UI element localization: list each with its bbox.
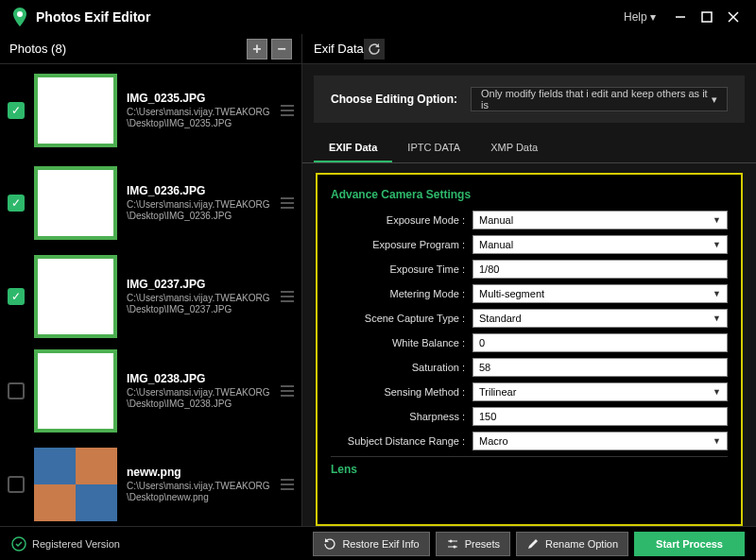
photo-path: C:\Users\mansi.vijay.TWEAKORG\Desktop\IM… bbox=[127, 293, 271, 316]
field-label: Exposure Mode : bbox=[331, 214, 472, 226]
field-input[interactable]: Trilinear▼ bbox=[472, 382, 728, 401]
field-input[interactable]: Multi-segment▼ bbox=[472, 284, 728, 303]
exif-field-row: Metering Mode :Multi-segment▼ bbox=[331, 284, 728, 303]
editing-option-row: Choose Editing Option: Only modify field… bbox=[314, 76, 745, 123]
svg-rect-2 bbox=[702, 12, 712, 22]
section-advance-camera: Advance Camera Settings bbox=[331, 188, 728, 201]
tab-iptc[interactable]: IPTC DATA bbox=[392, 134, 475, 162]
add-photo-button[interactable]: + bbox=[247, 39, 267, 59]
field-input[interactable]: Standard▼ bbox=[472, 309, 728, 328]
tab-xmp[interactable]: XMP Data bbox=[475, 134, 553, 162]
metadata-tabs: EXIF Data IPTC DATA XMP Data bbox=[302, 134, 756, 163]
field-input[interactable]: 1/80 bbox=[472, 260, 728, 279]
chevron-down-icon: ▼ bbox=[713, 240, 721, 249]
exif-panel: Exif Data Choose Editing Option: Only mo… bbox=[302, 34, 756, 526]
exif-field-row: Exposure Time :1/80 bbox=[331, 260, 728, 279]
field-label: Metering Mode : bbox=[331, 288, 472, 299]
svg-point-0 bbox=[17, 11, 23, 17]
thumbnail bbox=[34, 74, 117, 147]
photos-panel: Photos (8) + − ✓IMG_0235.JPGC:\Users\man… bbox=[0, 34, 302, 526]
field-input[interactable]: 0 bbox=[472, 333, 728, 352]
tab-exif[interactable]: EXIF Data bbox=[314, 134, 392, 162]
photo-row[interactable]: ✓IMG_0236.JPGC:\Users\mansi.vijay.TWEAKO… bbox=[0, 157, 301, 249]
photo-meta: neww.pngC:\Users\mansi.vijay.TWEAKORG\De… bbox=[127, 466, 271, 504]
field-input[interactable]: Manual▼ bbox=[472, 211, 728, 229]
start-process-button[interactable]: Start Process bbox=[634, 532, 745, 556]
presets-button[interactable]: Presets bbox=[436, 532, 510, 556]
field-input[interactable]: 58 bbox=[472, 358, 728, 377]
exif-field-row: Saturation :58 bbox=[331, 358, 728, 377]
photo-checkbox[interactable] bbox=[8, 476, 25, 493]
drag-handle-icon[interactable] bbox=[281, 281, 294, 312]
thumbnail bbox=[34, 255, 117, 338]
chevron-down-icon: ▼ bbox=[713, 314, 721, 323]
photo-filename: IMG_0235.JPG bbox=[127, 92, 271, 105]
thumbnail bbox=[34, 349, 117, 433]
photo-path: C:\Users\mansi.vijay.TWEAKORG\Desktop\IM… bbox=[127, 199, 271, 223]
footer-bar: Registered Version Restore Exif Info Pre… bbox=[0, 526, 756, 560]
drag-handle-icon[interactable] bbox=[281, 188, 294, 218]
photo-meta: IMG_0237.JPGC:\Users\mansi.vijay.TWEAKOR… bbox=[127, 278, 271, 316]
refresh-icon bbox=[368, 42, 381, 56]
photo-checkbox[interactable] bbox=[8, 382, 25, 399]
app-logo: Photos Exif Editor bbox=[9, 7, 150, 27]
drag-handle-icon[interactable] bbox=[281, 376, 294, 406]
help-menu[interactable]: Help ▾ bbox=[624, 10, 656, 24]
field-label: Saturation : bbox=[331, 362, 472, 373]
field-label: Sharpness : bbox=[331, 411, 472, 422]
minimize-button[interactable] bbox=[667, 4, 694, 30]
exif-field-row: Subject Distance Range :Macro▼ bbox=[331, 432, 728, 450]
photo-filename: IMG_0237.JPG bbox=[127, 278, 271, 291]
svg-point-9 bbox=[453, 545, 455, 548]
chevron-down-icon: ▾ bbox=[650, 10, 656, 24]
field-value: Manual bbox=[479, 214, 513, 226]
rename-option-button[interactable]: Rename Option bbox=[516, 532, 628, 556]
field-label: Subject Distance Range : bbox=[331, 435, 472, 447]
chevron-down-icon: ▾ bbox=[712, 93, 717, 106]
photo-checkbox[interactable]: ✓ bbox=[8, 288, 25, 305]
svg-point-5 bbox=[12, 537, 26, 551]
photo-list[interactable]: ✓IMG_0235.JPGC:\Users\mansi.vijay.TWEAKO… bbox=[0, 64, 301, 526]
field-input[interactable]: Macro▼ bbox=[472, 432, 728, 450]
svg-line-4 bbox=[729, 12, 738, 22]
pencil-icon bbox=[526, 537, 540, 551]
drag-handle-icon[interactable] bbox=[281, 469, 294, 500]
check-circle-icon bbox=[11, 536, 26, 552]
close-button[interactable] bbox=[720, 4, 747, 30]
restore-exif-button[interactable]: Restore Exif Info bbox=[313, 532, 429, 556]
exif-panel-title: Exif Data bbox=[314, 42, 364, 56]
photo-filename: IMG_0236.JPG bbox=[127, 184, 271, 197]
photo-path: C:\Users\mansi.vijay.TWEAKORG\Desktop\IM… bbox=[127, 107, 271, 130]
field-input[interactable]: 150 bbox=[472, 407, 728, 426]
title-bar: Photos Exif Editor Help ▾ bbox=[0, 0, 756, 34]
refresh-button[interactable] bbox=[364, 39, 385, 59]
exif-field-row: Exposure Mode :Manual▼ bbox=[331, 211, 728, 229]
photo-meta: IMG_0236.JPGC:\Users\mansi.vijay.TWEAKOR… bbox=[127, 184, 271, 223]
maximize-button[interactable] bbox=[694, 4, 720, 30]
photo-row[interactable]: neww.pngC:\Users\mansi.vijay.TWEAKORG\De… bbox=[0, 438, 301, 526]
remove-photo-button[interactable]: − bbox=[271, 39, 292, 59]
photo-filename: IMG_0238.JPG bbox=[127, 372, 271, 385]
drag-handle-icon[interactable] bbox=[281, 95, 294, 126]
exif-field-row: Sharpness :150 bbox=[331, 407, 728, 426]
photo-checkbox[interactable]: ✓ bbox=[8, 102, 25, 119]
field-value: Manual bbox=[479, 239, 513, 250]
photo-row[interactable]: IMG_0238.JPGC:\Users\mansi.vijay.TWEAKOR… bbox=[0, 344, 301, 438]
photo-checkbox[interactable]: ✓ bbox=[8, 195, 25, 212]
section-lens: Lens bbox=[331, 456, 728, 476]
photo-row[interactable]: ✓IMG_0235.JPGC:\Users\mansi.vijay.TWEAKO… bbox=[0, 64, 301, 157]
app-title: Photos Exif Editor bbox=[36, 9, 150, 25]
exif-editor-area[interactable]: Advance Camera Settings Exposure Mode :M… bbox=[316, 173, 743, 526]
restore-icon bbox=[323, 537, 336, 551]
field-label: White Balance : bbox=[331, 337, 472, 348]
field-label: Exposure Time : bbox=[331, 263, 472, 275]
photos-panel-header: Photos (8) + − bbox=[0, 34, 301, 64]
editing-option-select[interactable]: Only modify fields that i edit and keep … bbox=[471, 87, 728, 111]
field-input[interactable]: Manual▼ bbox=[472, 235, 728, 254]
registered-label: Registered Version bbox=[32, 538, 120, 550]
photo-row[interactable]: ✓IMG_0237.JPGC:\Users\mansi.vijay.TWEAKO… bbox=[0, 249, 301, 344]
exif-field-row: Exposure Program :Manual▼ bbox=[331, 235, 728, 254]
field-value: Multi-segment bbox=[479, 288, 544, 299]
field-value: Standard bbox=[479, 313, 522, 324]
map-pin-icon bbox=[9, 7, 30, 27]
